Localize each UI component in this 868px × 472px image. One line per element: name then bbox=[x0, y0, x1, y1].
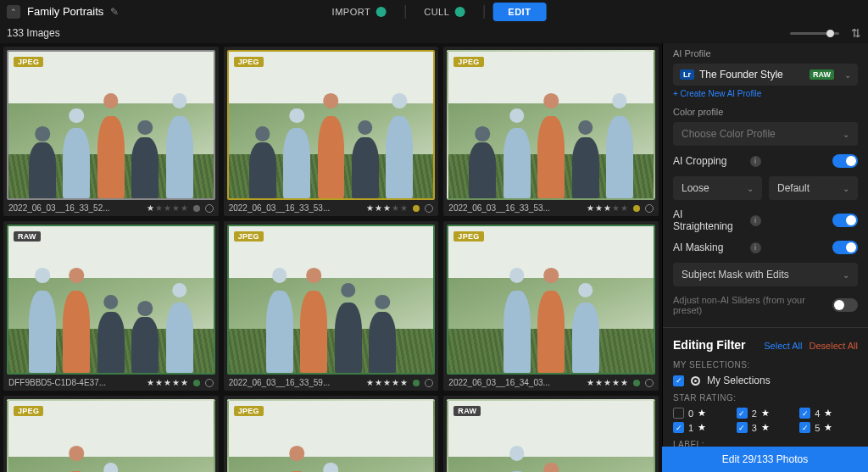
ai-profile-select[interactable]: Lr The Founder Style RAW ⌄ bbox=[673, 64, 858, 86]
thumbnail[interactable]: JPEG bbox=[3, 396, 219, 472]
select-circle[interactable] bbox=[425, 204, 433, 213]
star-icon[interactable]: ★ bbox=[612, 203, 620, 213]
cull-label: CULL bbox=[424, 7, 449, 17]
adjust-nonai-toggle[interactable] bbox=[832, 298, 858, 312]
thumbnail[interactable]: JPEG 2022_06_03__16_33_52... ★★★★★ bbox=[3, 47, 219, 216]
star-icon[interactable]: ★ bbox=[383, 378, 391, 387]
star-icon[interactable]: ★ bbox=[587, 203, 594, 213]
color-profile-select[interactable]: Choose Color Profile ⌄ bbox=[673, 122, 858, 146]
create-profile-link[interactable]: + Create New AI Profile bbox=[673, 89, 858, 98]
star-rating[interactable]: ★★★★★ bbox=[366, 378, 408, 387]
select-circle[interactable] bbox=[205, 204, 214, 213]
format-badge: JPEG bbox=[14, 57, 43, 67]
rating-0-checkbox[interactable] bbox=[673, 408, 684, 419]
star-icon: ★ bbox=[761, 408, 770, 419]
star-icon[interactable]: ★ bbox=[172, 203, 180, 213]
select-circle[interactable] bbox=[645, 204, 654, 213]
color-label-dot bbox=[633, 205, 640, 212]
star-rating[interactable]: ★★★★★ bbox=[147, 378, 188, 387]
info-icon[interactable]: i bbox=[750, 242, 761, 253]
top-bar: ⌃ Family Portraits ✎ IMPORT CULL EDIT bbox=[0, 0, 868, 23]
thumbnail-filename: 2022_06_03__16_33_53... bbox=[448, 203, 581, 213]
star-icon[interactable]: ★ bbox=[620, 203, 628, 213]
crop-ratio-value: Default bbox=[777, 182, 843, 194]
star-rating[interactable]: ★★★★★ bbox=[587, 378, 628, 387]
thumbnail[interactable]: JPEG 2022_06_03__16_33_53... ★★★★★ bbox=[224, 47, 439, 216]
star-icon[interactable]: ★ bbox=[181, 203, 188, 213]
rating-1-checkbox[interactable]: ✓ bbox=[673, 422, 684, 433]
thumbnail[interactable]: RAW bbox=[443, 396, 659, 472]
star-icon: ★ bbox=[698, 408, 706, 419]
star-icon[interactable]: ★ bbox=[595, 203, 603, 213]
edit-name-icon[interactable]: ✎ bbox=[110, 6, 119, 18]
star-icon[interactable]: ★ bbox=[172, 378, 180, 387]
thumbnail[interactable]: JPEG 2022_06_03__16_33_53... ★★★★★ bbox=[443, 47, 659, 216]
thumbnail-filename: 2022_06_03__16_33_53... bbox=[229, 203, 362, 213]
my-selections-heading: MY SELECTIONS: bbox=[673, 360, 858, 369]
star-icon[interactable]: ★ bbox=[366, 378, 374, 387]
info-icon[interactable]: i bbox=[750, 156, 761, 167]
thumb-size-slider[interactable] bbox=[790, 32, 839, 35]
sort-icon[interactable]: ⇅ bbox=[851, 26, 861, 40]
star-icon[interactable]: ★ bbox=[164, 378, 171, 387]
select-circle[interactable] bbox=[425, 379, 433, 387]
star-icon[interactable]: ★ bbox=[375, 203, 382, 213]
star-icon[interactable]: ★ bbox=[400, 378, 408, 387]
star-icon[interactable]: ★ bbox=[366, 203, 374, 213]
star-icon[interactable]: ★ bbox=[604, 378, 611, 387]
select-circle[interactable] bbox=[205, 379, 214, 387]
star-icon[interactable]: ★ bbox=[147, 203, 154, 213]
deselect-all-link[interactable]: Deselect All bbox=[810, 341, 858, 351]
edit-tab[interactable]: EDIT bbox=[492, 3, 546, 21]
rating-5-checkbox[interactable]: ✓ bbox=[799, 422, 810, 433]
star-icon[interactable]: ★ bbox=[587, 378, 594, 387]
import-tab[interactable]: IMPORT bbox=[322, 3, 397, 21]
format-badge: JPEG bbox=[14, 406, 43, 416]
thumbnail[interactable]: RAW DFF9BBD5-C1D8-4E37... ★★★★★ bbox=[3, 221, 219, 391]
thumbnail[interactable]: JPEG 2022_06_03__16_33_59... ★★★★★ bbox=[224, 221, 439, 391]
ai-straightening-toggle[interactable] bbox=[832, 214, 858, 227]
star-icon[interactable]: ★ bbox=[375, 378, 382, 387]
import-label: IMPORT bbox=[332, 7, 371, 17]
rating-3-checkbox[interactable]: ✓ bbox=[737, 422, 748, 433]
ai-straightening-label: AI Straightening bbox=[673, 208, 745, 232]
color-label-dot bbox=[413, 205, 420, 212]
star-icon[interactable]: ★ bbox=[595, 378, 603, 387]
collapse-icon[interactable]: ⌃ bbox=[7, 5, 20, 19]
radio-icon bbox=[691, 376, 700, 386]
star-icon[interactable]: ★ bbox=[181, 378, 188, 387]
rating-4-checkbox[interactable]: ✓ bbox=[799, 408, 810, 419]
cull-tab[interactable]: CULL bbox=[414, 3, 475, 21]
mask-mode-select[interactable]: Subject Mask with Edits ⌄ bbox=[673, 263, 858, 286]
crop-mode-select[interactable]: Loose ⌄ bbox=[673, 176, 762, 200]
info-icon[interactable]: i bbox=[750, 215, 761, 226]
thumbnail[interactable]: JPEG bbox=[224, 396, 439, 472]
format-badge: JPEG bbox=[234, 406, 264, 416]
rating-2-checkbox[interactable]: ✓ bbox=[737, 408, 748, 419]
star-rating[interactable]: ★★★★★ bbox=[587, 203, 628, 213]
star-icon[interactable]: ★ bbox=[155, 203, 163, 213]
editing-filter-title: Editing Filter bbox=[673, 338, 764, 352]
star-icon[interactable]: ★ bbox=[620, 378, 628, 387]
star-icon[interactable]: ★ bbox=[392, 378, 399, 387]
star-icon[interactable]: ★ bbox=[400, 203, 408, 213]
my-selections-checkbox[interactable]: ✓ bbox=[673, 375, 684, 386]
select-all-link[interactable]: Select All bbox=[764, 341, 802, 351]
edit-photos-button[interactable]: Edit 29/133 Photos bbox=[662, 447, 868, 472]
crop-ratio-select[interactable]: Default ⌄ bbox=[769, 176, 858, 200]
star-rating[interactable]: ★★★★★ bbox=[147, 203, 188, 213]
star-icon[interactable]: ★ bbox=[164, 203, 171, 213]
star-icon[interactable]: ★ bbox=[383, 203, 391, 213]
rating-number: 4 bbox=[815, 408, 820, 419]
star-icon[interactable]: ★ bbox=[147, 378, 154, 387]
star-icon[interactable]: ★ bbox=[612, 378, 620, 387]
star-icon[interactable]: ★ bbox=[155, 378, 163, 387]
ai-cropping-toggle[interactable] bbox=[832, 154, 858, 168]
star-icon[interactable]: ★ bbox=[392, 203, 399, 213]
star-icon[interactable]: ★ bbox=[604, 203, 611, 213]
ai-masking-toggle[interactable] bbox=[832, 241, 858, 254]
star-rating[interactable]: ★★★★★ bbox=[366, 203, 408, 213]
thumbnail[interactable]: JPEG 2022_06_03__16_34_03... ★★★★★ bbox=[443, 221, 659, 391]
ai-masking-label: AI Masking bbox=[673, 242, 745, 253]
select-circle[interactable] bbox=[645, 379, 654, 387]
